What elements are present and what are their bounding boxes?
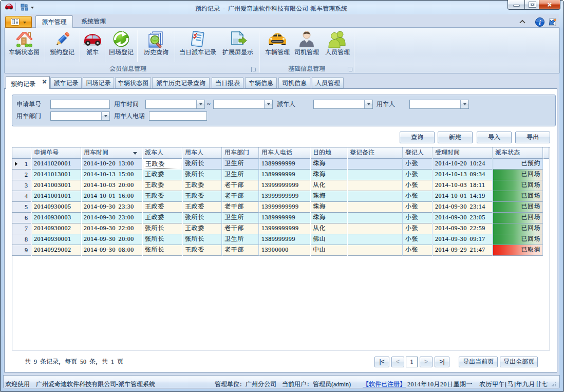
svg-text:i: i bbox=[539, 18, 541, 26]
